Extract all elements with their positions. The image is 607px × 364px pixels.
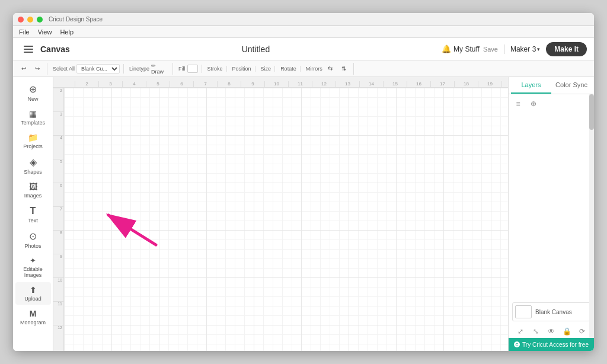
top-nav: Canvas Untitled 🔔 My Stuff Save Maker 3 … — [13, 38, 594, 60]
layer-menu-icon[interactable]: ≡ — [512, 98, 524, 110]
sidebar: ⊕ New ▦ Templates 📁 Projects ◈ Shapes 🖼 … — [13, 77, 53, 351]
canvas-title: Untitled — [70, 44, 442, 54]
menu-view[interactable]: View — [38, 28, 52, 36]
visibility-icon[interactable]: 👁 — [545, 325, 558, 338]
make-it-button[interactable]: Make It — [546, 42, 587, 56]
monogram-icon: M — [30, 309, 37, 318]
save-label[interactable]: Save — [483, 46, 498, 53]
size-label: Size — [261, 66, 271, 72]
ruler-mark: 9 — [241, 81, 264, 87]
sidebar-label-projects: Projects — [23, 143, 43, 149]
layer-icons: ≡ ⊕ — [512, 98, 590, 110]
ruler-marks-top: 2 3 4 5 6 7 8 9 10 11 12 13 14 15 16 17 — [75, 81, 508, 87]
menu-help[interactable]: Help — [60, 28, 74, 36]
canvas-grid[interactable] — [64, 88, 508, 351]
duplicate-icon[interactable]: ⟳ — [576, 325, 589, 338]
sidebar-item-upload[interactable]: ⬆ Upload — [15, 282, 51, 305]
try-cricut-bar[interactable]: C Try Cricut Access for free — [509, 338, 594, 351]
sidebar-item-text[interactable]: T Text — [15, 203, 51, 226]
ruler-mark-left: 10 — [53, 277, 63, 301]
linetype-group: Linetype ✏ Draw — [129, 63, 173, 75]
tab-color-sync[interactable]: Color Sync — [551, 77, 592, 94]
flip-v-button[interactable]: ⇅ — [338, 63, 350, 75]
ruler-mark-left: 6 — [53, 183, 63, 206]
mirror-group: Mirrors ⇆ ⇅ — [306, 63, 354, 75]
menu-file[interactable]: File — [19, 28, 30, 36]
app-logo: Canvas — [40, 44, 70, 54]
sidebar-item-new[interactable]: ⊕ New — [15, 81, 51, 105]
sidebar-label-monogram: Monogram — [20, 320, 46, 325]
ruler-mark: 17 — [430, 81, 454, 87]
machine-selector[interactable]: Maker 3 ▾ — [510, 45, 540, 53]
plus-icon: ⊕ — [29, 84, 37, 95]
templates-icon: ▦ — [29, 109, 37, 119]
select-label: Select All — [53, 66, 75, 72]
ruler-mark-left: 12 — [53, 325, 63, 349]
ruler-mark: 20 — [501, 81, 508, 87]
ruler-mark-left: 7 — [53, 206, 63, 230]
try-cricut-label: Try Cricut Access for free — [522, 341, 589, 348]
position-group: Position — [232, 66, 255, 72]
ruler-mark-left: 4 — [53, 135, 63, 159]
close-button[interactable] — [18, 17, 24, 23]
ruler-mark: 8 — [217, 81, 241, 87]
right-panel-content: ≡ ⊕ Blank Canvas ⤢ ⤡ 👁 🔒 ⟳ — [509, 94, 594, 351]
position-label: Position — [232, 66, 251, 72]
lock-icon[interactable]: 🔒 — [560, 325, 573, 338]
right-scrollbar-thumb[interactable] — [589, 94, 594, 130]
tab-layers[interactable]: Layers — [511, 77, 551, 94]
sidebar-item-projects[interactable]: 📁 Projects — [15, 130, 51, 152]
menu-bar: File View Help — [13, 26, 594, 38]
layer-add-icon[interactable]: ⊕ — [528, 98, 539, 110]
select-group: Select All Blank Cu... — [53, 64, 124, 74]
ruler-mark-left: 8 — [53, 230, 63, 254]
ruler-mark-left: 9 — [53, 254, 63, 277]
ruler-mark: 5 — [146, 81, 170, 87]
blank-canvas-thumbnail — [515, 305, 532, 318]
title-bar: Cricut Design Space — [13, 13, 594, 26]
fill-button[interactable] — [187, 65, 198, 73]
sidebar-item-monogram[interactable]: M Monogram — [15, 306, 51, 328]
sidebar-label-editable-images: Editable Images — [18, 266, 49, 278]
flip-h-button[interactable]: ⇆ — [324, 63, 336, 75]
group-icon[interactable]: ⤢ — [514, 325, 527, 338]
ruler-mark: 16 — [407, 81, 430, 87]
sidebar-item-editable-images[interactable]: ✦ Editable Images — [15, 253, 51, 281]
maximize-button[interactable] — [37, 17, 43, 23]
nav-right: 🔔 My Stuff Save Maker 3 ▾ Make It — [442, 42, 587, 56]
my-stuff-button[interactable]: 🔔 My Stuff Save — [442, 44, 498, 53]
hamburger-button[interactable] — [20, 41, 37, 58]
blank-canvas-select[interactable]: Blank Cu... — [76, 64, 120, 74]
nav-divider — [504, 44, 504, 54]
canvas-area[interactable]: 2 3 4 5 6 7 8 9 10 11 12 13 14 15 16 17 — [53, 77, 508, 351]
sidebar-label-shapes: Shapes — [24, 169, 42, 175]
text-icon: T — [30, 206, 36, 216]
redo-button[interactable]: ↪ — [31, 63, 43, 75]
blank-canvas-item[interactable]: Blank Canvas — [512, 302, 590, 321]
ruler-mark: 18 — [454, 81, 478, 87]
my-stuff-label: My Stuff — [453, 45, 480, 53]
sidebar-label-text: Text — [28, 218, 38, 223]
ruler-mark: 2 — [75, 81, 98, 87]
minimize-button[interactable] — [27, 17, 33, 23]
sidebar-item-images[interactable]: 🖼 Images — [15, 179, 51, 202]
sidebar-item-templates[interactable]: ▦ Templates — [15, 106, 51, 129]
window-title: Cricut Design Space — [49, 16, 103, 23]
draw-button[interactable]: ✏ Draw — [151, 63, 169, 75]
cricut-dot-icon: C — [514, 341, 520, 347]
right-scrollbar[interactable] — [589, 94, 594, 338]
undo-button[interactable]: ↩ — [18, 63, 30, 75]
ruler-mark-left: 2 — [53, 88, 63, 111]
ruler-mark: 4 — [122, 81, 146, 87]
main-content: ⊕ New ▦ Templates 📁 Projects ◈ Shapes 🖼 … — [13, 77, 594, 351]
ruler-left: 2 3 4 5 6 7 8 9 10 11 12 — [53, 88, 64, 351]
ruler-mark: 11 — [288, 81, 312, 87]
ruler-mark: 12 — [312, 81, 336, 87]
ruler-mark: 19 — [478, 81, 501, 87]
sidebar-item-photos[interactable]: ⊙ Photos — [15, 228, 51, 252]
ruler-mark-left: 11 — [53, 301, 63, 325]
size-group: Size — [261, 66, 276, 72]
chevron-down-icon: ▾ — [537, 46, 540, 52]
ungroup-icon[interactable]: ⤡ — [529, 325, 542, 338]
sidebar-item-shapes[interactable]: ◈ Shapes — [15, 154, 51, 178]
